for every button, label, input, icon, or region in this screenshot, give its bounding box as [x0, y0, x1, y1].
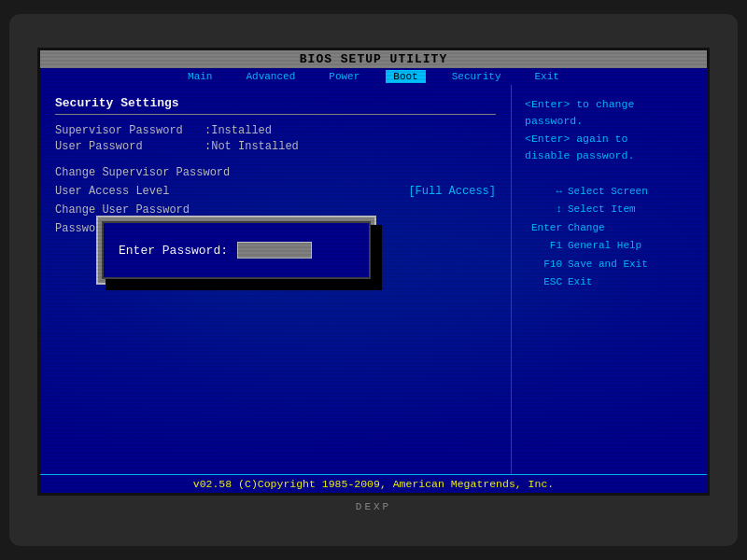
dialog-label: Enter Password:: [119, 244, 228, 258]
nav-key-f10: F10 Save and Exit: [525, 257, 694, 273]
help-line-2: password.: [525, 113, 694, 130]
key-esc: ESC: [525, 274, 562, 290]
tab-bar: Main Advanced Power Boot Security Exit: [40, 68, 707, 85]
supervisor-password-value: :Installed: [204, 124, 272, 137]
key-f10: F10: [525, 257, 562, 273]
nav-key-f1: F1 General Help: [525, 238, 694, 254]
nav-key-enter: Enter Change: [525, 220, 694, 236]
main-area: Security Settings Supervisor Password :I…: [40, 85, 707, 474]
nav-key-screen: ↔ Select Screen: [525, 184, 694, 200]
dialog-inner: Enter Password:: [102, 221, 371, 279]
bios-header: BIOS SETUP UTILITY: [40, 50, 707, 68]
bios-screen: BIOS SETUP UTILITY Main Advanced Power B…: [37, 48, 710, 496]
key-desc-save: Save and Exit: [568, 257, 648, 273]
key-arrows-h: ↔: [525, 184, 562, 200]
key-desc-screen: Select Screen: [568, 184, 648, 200]
section-title: Security Settings: [55, 96, 496, 110]
monitor-brand: DEXP: [356, 501, 391, 512]
section-divider: [55, 114, 496, 115]
user-password-label: User Password: [55, 140, 204, 153]
monitor: BIOS SETUP UTILITY Main Advanced Power B…: [9, 14, 738, 546]
tab-exit[interactable]: Exit: [528, 70, 567, 83]
help-line-1: <Enter> to change: [525, 96, 694, 113]
help-text: <Enter> to change password. <Enter> agai…: [525, 96, 694, 165]
key-enter: Enter: [525, 220, 562, 236]
user-access-level-value: [Full Access]: [408, 185, 496, 198]
bios-content: BIOS SETUP UTILITY Main Advanced Power B…: [40, 50, 707, 493]
password-input[interactable]: [237, 242, 312, 259]
user-password-row: User Password :Not Installed: [55, 140, 496, 153]
user-password-value: :Not Installed: [204, 140, 299, 153]
help-line-3: <Enter> again to: [525, 131, 694, 147]
help-line-4: disable password.: [525, 147, 694, 164]
key-f1: F1: [525, 238, 562, 254]
key-desc-exit: Exit: [568, 274, 592, 290]
user-access-level-row[interactable]: User Access Level [Full Access]: [55, 185, 496, 198]
user-access-level-label: User Access Level: [55, 185, 169, 198]
footer-text: v02.58 (C)Copyright 1985-2009, American …: [193, 478, 554, 490]
change-user-password[interactable]: Change User Password: [55, 203, 496, 217]
supervisor-password-row: Supervisor Password :Installed: [55, 124, 496, 137]
password-dialog: Enter Password:: [96, 216, 376, 285]
right-panel: <Enter> to change password. <Enter> agai…: [511, 85, 707, 474]
change-supervisor-password[interactable]: Change Supervisor Password: [55, 166, 496, 179]
footer-bar: v02.58 (C)Copyright 1985-2009, American …: [40, 474, 707, 493]
nav-key-item: ↕ Select Item: [525, 202, 694, 217]
tab-power[interactable]: Power: [321, 70, 367, 83]
left-panel: Security Settings Supervisor Password :I…: [40, 85, 511, 474]
nav-keys: ↔ Select Screen ↕ Select Item Enter Chan…: [525, 184, 694, 290]
bios-title: BIOS SETUP UTILITY: [300, 52, 447, 66]
tab-advanced[interactable]: Advanced: [238, 70, 303, 83]
nav-key-esc: ESC Exit: [525, 274, 694, 290]
tab-main[interactable]: Main: [180, 70, 219, 83]
key-arrows-v: ↕: [525, 202, 562, 217]
key-desc-change: Change: [568, 220, 605, 236]
key-desc-item: Select Item: [568, 202, 636, 217]
key-desc-help: General Help: [568, 238, 641, 254]
supervisor-password-label: Supervisor Password: [55, 124, 204, 137]
tab-security[interactable]: Security: [444, 70, 509, 83]
tab-boot[interactable]: Boot: [386, 70, 425, 83]
